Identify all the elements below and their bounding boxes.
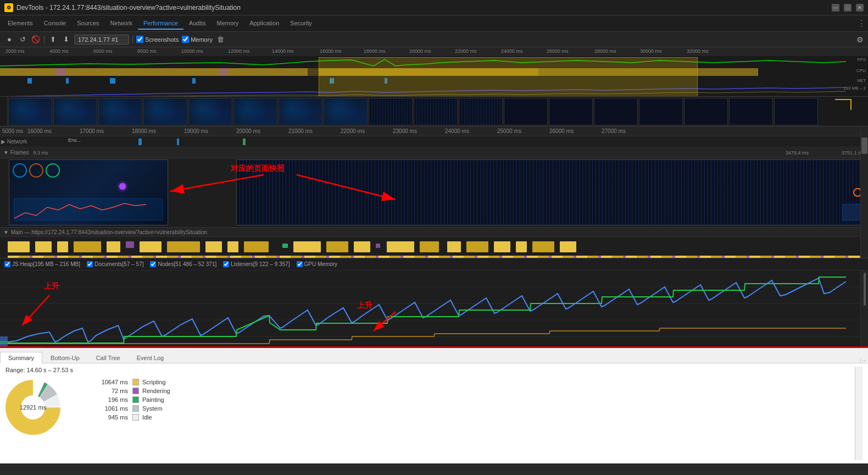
screenshot-left[interactable] bbox=[9, 159, 168, 225]
tick-18000-2: 18000 ms bbox=[132, 128, 156, 134]
main-scrollbar[interactable] bbox=[860, 126, 868, 258]
tab-summary[interactable]: Summary bbox=[0, 352, 42, 363]
tick-16000: 16000 ms bbox=[320, 48, 342, 54]
listeners-checkbox[interactable] bbox=[223, 261, 229, 267]
screenshot-right[interactable] bbox=[236, 159, 867, 225]
js-heap-checkbox[interactable] bbox=[4, 261, 10, 267]
clear-button[interactable]: 🚫 bbox=[31, 35, 41, 45]
svg-rect-47 bbox=[0, 341, 8, 344]
main-thread-svg bbox=[8, 237, 860, 258]
tab-elements[interactable]: Elements bbox=[2, 18, 38, 30]
memory-legend: JS Heap[195 MB – 216 MB] Documents[57 – … bbox=[0, 258, 868, 270]
frame-15[interactable] bbox=[639, 98, 683, 125]
frame-13[interactable] bbox=[549, 98, 593, 125]
tab-bottom-up[interactable]: Bottom-Up bbox=[42, 352, 88, 363]
delete-button[interactable]: 🗑 bbox=[216, 35, 226, 45]
tab-event-log[interactable]: Event Log bbox=[129, 352, 173, 363]
frame-14[interactable] bbox=[594, 98, 638, 125]
close-button[interactable]: ✕ bbox=[856, 4, 864, 12]
documents-checkbox[interactable] bbox=[87, 261, 93, 267]
screenshots-checkbox-label[interactable]: Screenshots bbox=[136, 36, 179, 43]
tab-call-tree[interactable]: Call Tree bbox=[88, 352, 129, 363]
memory-checkbox[interactable] bbox=[182, 36, 189, 43]
download-button[interactable]: ⬇ bbox=[61, 35, 71, 45]
memory-scrollbar[interactable] bbox=[860, 270, 868, 346]
toolbar: ● ↺ 🚫 ⬆ ⬇ 172.24.1.77 #1 Screenshots Mem… bbox=[0, 32, 868, 47]
svg-rect-13 bbox=[177, 139, 179, 145]
net-label: NET bbox=[857, 78, 866, 83]
scripting-label: Scripting bbox=[142, 379, 166, 385]
tab-security[interactable]: Security bbox=[285, 18, 318, 30]
frames-ms-1: 9.3 ms bbox=[34, 150, 48, 156]
tab-console[interactable]: Console bbox=[38, 18, 71, 30]
frame-8[interactable] bbox=[324, 98, 368, 125]
svg-rect-10 bbox=[330, 78, 334, 84]
minimize-button[interactable]: — bbox=[832, 4, 839, 12]
tick-5000: 5000 ms bbox=[2, 128, 23, 134]
tab-performance[interactable]: Performance bbox=[138, 18, 183, 30]
nodes-checkbox[interactable] bbox=[150, 261, 156, 267]
frames-header: ▼ Frames 9.3 ms 3479.4 ms 3751.1 ms bbox=[0, 147, 868, 158]
frame-17[interactable] bbox=[729, 98, 773, 125]
painting-label: Painting bbox=[142, 396, 164, 403]
frame-6[interactable] bbox=[233, 98, 277, 125]
frame-16[interactable] bbox=[684, 98, 728, 125]
annotation-rise-1: 上升 bbox=[44, 281, 59, 291]
tick-18000: 18000 ms bbox=[364, 48, 386, 54]
svg-rect-34 bbox=[387, 241, 414, 252]
frame-18[interactable] bbox=[774, 98, 818, 125]
svg-rect-27 bbox=[227, 241, 238, 252]
frame-12[interactable] bbox=[504, 98, 548, 125]
tab-audits[interactable]: Audits bbox=[183, 18, 212, 30]
tick-12000: 12000 ms bbox=[228, 48, 250, 54]
filmstrip-frames bbox=[8, 97, 868, 126]
frame-9[interactable] bbox=[369, 98, 413, 125]
filmstrip bbox=[0, 97, 868, 126]
timeline-overview[interactable]: 2000 ms 4000 ms 6000 ms 8000 ms 10000 ms… bbox=[0, 47, 868, 97]
main-ruler: 5000 ms 16000 ms 17000 ms 18000 ms 19000… bbox=[0, 126, 868, 136]
gpu-checkbox[interactable] bbox=[297, 261, 303, 267]
record-button[interactable]: ● bbox=[4, 35, 14, 45]
memory-scrollbar-thumb[interactable] bbox=[864, 273, 866, 306]
more-options-icon[interactable]: ⋮ bbox=[857, 18, 866, 29]
upload-button[interactable]: ⬆ bbox=[48, 35, 58, 45]
tick-19000: 19000 ms bbox=[184, 128, 208, 134]
svg-rect-14 bbox=[243, 139, 246, 145]
bottom-scrollbar[interactable] bbox=[855, 367, 863, 460]
screenshots-checkbox[interactable] bbox=[136, 36, 143, 43]
svg-rect-7 bbox=[66, 78, 69, 84]
bottom-tabs: Summary Bottom-Up Call Tree Event Log ⋮ bbox=[0, 348, 868, 363]
frame-2[interactable] bbox=[53, 98, 97, 125]
refresh-button[interactable]: ↺ bbox=[18, 35, 27, 45]
frame-11[interactable] bbox=[459, 98, 503, 125]
frame-4[interactable] bbox=[143, 98, 187, 125]
frame-1[interactable] bbox=[8, 98, 52, 125]
settings-icon[interactable]: ⚙ bbox=[856, 35, 864, 44]
svg-rect-23 bbox=[126, 241, 134, 248]
tab-sources[interactable]: Sources bbox=[71, 18, 104, 30]
svg-rect-11 bbox=[385, 78, 387, 84]
main-timeline[interactable]: 5000 ms 16000 ms 17000 ms 18000 ms 19000… bbox=[0, 126, 868, 258]
range-text: Range: 14.60 s – 27.53 s bbox=[5, 367, 73, 373]
bottom-panel: Summary Bottom-Up Call Tree Event Log ⋮ … bbox=[0, 348, 868, 463]
frame-5[interactable] bbox=[188, 98, 232, 125]
frame-10[interactable] bbox=[414, 98, 458, 125]
tab-application[interactable]: Application bbox=[244, 18, 285, 30]
summary-right: 10647 ms Scripting 72 ms Rendering 196 m… bbox=[84, 367, 844, 460]
memory-svg bbox=[0, 270, 868, 346]
tab-network[interactable]: Network bbox=[105, 18, 138, 30]
summary-row-idle: 945 ms Idle bbox=[84, 414, 844, 421]
tick-14000: 14000 ms bbox=[272, 48, 294, 54]
frame-7[interactable] bbox=[279, 98, 322, 125]
maximize-button[interactable]: □ bbox=[844, 4, 852, 12]
net-row: NET bbox=[0, 77, 868, 85]
svg-rect-4 bbox=[55, 68, 66, 76]
tab-memory[interactable]: Memory bbox=[211, 18, 244, 30]
tick-28000: 28000 ms bbox=[594, 48, 616, 54]
frame-3[interactable] bbox=[98, 98, 142, 125]
scrollbar-thumb[interactable] bbox=[861, 137, 867, 154]
memory-checkbox-label[interactable]: Memory bbox=[182, 36, 213, 43]
svg-rect-21 bbox=[74, 241, 101, 252]
mini-chart bbox=[14, 199, 163, 220]
svg-rect-1 bbox=[308, 68, 319, 76]
